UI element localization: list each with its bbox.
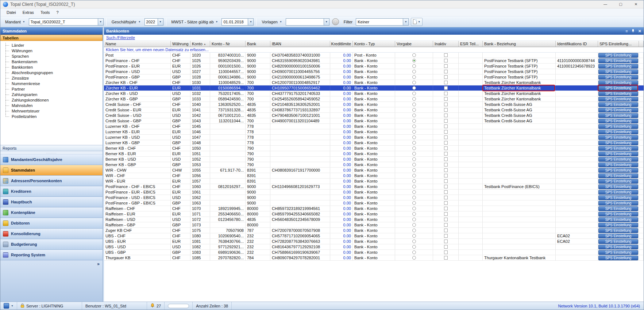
table-row[interactable]: Berner KB - EUREUR10517900.00Bank - Kont… [104, 151, 644, 157]
table-row[interactable]: Raiffeisen - USDUSD10720123456780...4835… [104, 217, 644, 222]
mandant-combobox[interactable]: Topal_ISO20022_T ▼ [29, 18, 104, 26]
column-header-sps-einstellung[interactable]: SPS Einstellung... [598, 41, 639, 47]
new-record-row[interactable]: Klicken Sie hier, um einen neuen Datensa… [104, 47, 644, 53]
table-row[interactable]: UBS - GBPGBP10836989190636...232CH758866… [104, 250, 644, 255]
inaktiv-checkbox[interactable] [444, 256, 448, 260]
vorgabe-radio[interactable] [412, 250, 416, 254]
nav-reporting-system[interactable]: Reporting System [0, 250, 103, 260]
vorgabe-radio[interactable] [412, 179, 416, 183]
nav-budgetierung[interactable]: Budgetierung [0, 239, 103, 250]
menu-datei[interactable]: Datei [3, 9, 19, 16]
tree-item-mahnstufen[interactable]: Mahnstufen [0, 103, 103, 108]
table-row[interactable]: PostFinance - EUR - EBICSEUR106190000.00… [104, 190, 644, 195]
vorgabe-radio[interactable] [412, 75, 416, 79]
sps-einstellung-button[interactable]: SPS Einstellung [598, 124, 638, 129]
inaktiv-checkbox[interactable] [444, 81, 448, 84]
sps-einstellung-button[interactable]: SPS Einstellung [598, 53, 638, 58]
sps-einstellung-button[interactable]: SPS Einstellung [598, 223, 638, 227]
table-row[interactable]: PostFinance - EUREUR10260001001500...900… [104, 64, 644, 69]
table-row[interactable]: Raiffeisen - EUREUR10712553406650...8000… [104, 211, 644, 217]
minimize-button[interactable]: — [598, 0, 613, 8]
column-header-iban[interactable]: IBAN [270, 41, 330, 47]
grid-menu-icon[interactable]: ≡ [625, 29, 628, 33]
inaktiv-checkbox[interactable] [444, 59, 448, 62]
table-row[interactable]: Berner KB - CHFCHF10507900.00Bank - Kont… [104, 146, 644, 151]
nav-hauptbuch[interactable]: Hauptbuch [0, 197, 103, 207]
inaktiv-checkbox[interactable] [444, 223, 448, 227]
sps-einstellung-button[interactable]: SPS Einstellung [598, 97, 638, 102]
pin-icon[interactable] [631, 29, 635, 33]
column-header-vorgabe[interactable]: Vorgabe [395, 41, 433, 47]
sps-einstellung-button[interactable]: SPS Einstellung [598, 239, 638, 244]
column-header-bank-beziehung[interactable]: Bank - Beziehung [483, 41, 556, 47]
table-row[interactable]: Zürcher KB - EUREUR10310150086594...700C… [104, 85, 644, 91]
sps-einstellung-button[interactable]: SPS Einstellung [598, 168, 638, 173]
vorgabe-radio[interactable] [412, 125, 416, 128]
inaktiv-checkbox[interactable] [444, 130, 448, 134]
search-filter-link[interactable]: Such-/Filterzeile [106, 35, 135, 40]
table-row[interactable]: WIR - CHWCHW1055671.917-70...8391CH08083… [104, 168, 644, 173]
mwst-menu-button[interactable]: MWST - Sätze gültig ab▼ [169, 18, 221, 26]
vorgabe-radio[interactable] [412, 174, 416, 177]
sps-einstellung-button[interactable]: SPS Einstellung [598, 152, 638, 156]
tree-item-länder[interactable]: Länder [0, 43, 103, 48]
tree-item-zinssätze[interactable]: Zinssätze [0, 76, 103, 81]
menu-help[interactable]: ? [53, 9, 62, 16]
table-row[interactable]: Credit Suisse - GBPGBP10431132011044...7… [104, 118, 644, 124]
sps-einstellung-button[interactable]: SPS Einstellung [598, 80, 638, 85]
vorgabe-radio[interactable] [412, 114, 416, 117]
table-row[interactable]: Raiffeisen - GBPGBP1073800000.00Bank - K… [104, 222, 644, 228]
table-row[interactable]: PostFinance - USDUSD10271100044557...900… [104, 69, 644, 74]
table-row[interactable]: Luzerner KB - EUREUR10467780.00Bank - Ko… [104, 129, 644, 135]
vorgabe-radio[interactable] [412, 108, 416, 112]
sps-einstellung-button[interactable]: SPS Einstellung [598, 119, 638, 123]
vorgabe-radio[interactable] [412, 234, 416, 238]
vorgabe-radio[interactable] [412, 240, 416, 243]
sps-einstellung-button[interactable]: SPS Einstellung [598, 135, 638, 140]
sps-einstellung-button[interactable]: SPS Einstellung [598, 234, 638, 238]
column-header-kreditlimite[interactable]: Kreditlimite [330, 41, 353, 47]
inaktiv-checkbox[interactable] [444, 75, 448, 79]
nav-kontenpläne[interactable]: Kontenpläne [0, 207, 103, 218]
sps-einstellung-button[interactable]: SPS Einstellung [598, 157, 638, 162]
sps-einstellung-button[interactable]: SPS Einstellung [598, 184, 638, 189]
tree-item-zahlungskonditionen[interactable]: Zahlungskonditionen [0, 97, 103, 103]
table-row[interactable]: UBS - CHFCHF10801020690540...232CH577871… [104, 233, 644, 239]
sps-einstellung-button[interactable]: SPS Einstellung [598, 102, 638, 107]
table-row[interactable]: Zürcher KB - GBPGBP10330589424590...700C… [104, 96, 644, 102]
table-row[interactable]: WIR - EUREUR105783910.00Bank - KontoSPS … [104, 179, 644, 184]
vorgabe-radio[interactable] [412, 201, 416, 205]
inaktiv-checkbox[interactable] [444, 157, 448, 161]
inaktiv-checkbox[interactable] [444, 141, 448, 145]
vorgabe-radio[interactable] [412, 168, 416, 172]
inaktiv-checkbox[interactable] [444, 163, 448, 167]
vorgabe-radio[interactable] [412, 256, 416, 260]
table-row[interactable]: Credit Suisse - USDUSD10420671001210...4… [104, 113, 644, 118]
maximize-button[interactable]: ▢ [613, 0, 628, 8]
inaktiv-checkbox[interactable] [444, 179, 448, 183]
geschaeftsjahr-menu-button[interactable]: Geschäftsjahr▼ [109, 18, 143, 26]
inaktiv-checkbox[interactable] [444, 103, 448, 106]
vorgabe-radio[interactable] [412, 135, 416, 139]
table-row[interactable]: Credit Suisse - EUREUR10417371931328...4… [104, 107, 644, 113]
table-row[interactable]: Thurgauer KBCHF10852970782820...784CH809… [104, 255, 644, 261]
chevron-down-icon[interactable]: ▼ [158, 19, 163, 25]
nav-konsolidierung[interactable]: Konsolidierung [0, 229, 103, 239]
table-row[interactable]: WIR - CHFCHF105683910.00Bank - KontoSPS … [104, 173, 644, 179]
inaktiv-checkbox[interactable] [444, 97, 448, 101]
column-header-esr-teil[interactable]: ESR Teil... [459, 41, 483, 47]
sps-einstellung-button[interactable]: SPS Einstellung [598, 113, 638, 118]
sps-einstellung-button[interactable]: SPS Einstellung [598, 108, 638, 112]
vorgabe-radio[interactable] [412, 157, 416, 161]
vorgabe-radio[interactable] [412, 141, 416, 145]
tree-item-bankkonten[interactable]: Bankkonten [0, 65, 103, 70]
table-row[interactable]: PostFinance - GBP - EBICSGBP106390000.00… [104, 200, 644, 206]
column-header-konto[interactable]: Konto▲ [190, 41, 210, 47]
inaktiv-checkbox[interactable] [444, 234, 448, 238]
inaktiv-checkbox[interactable] [444, 196, 448, 199]
sps-einstellung-button[interactable]: SPS Einstellung [598, 146, 638, 151]
column-header-name[interactable]: Name [104, 41, 171, 47]
vorgabe-radio[interactable] [412, 223, 416, 227]
nav-stammdaten[interactable]: Stammdaten [0, 165, 103, 176]
table-row[interactable]: Credit Suisse - CHFCHF10401363052520...4… [104, 102, 644, 107]
